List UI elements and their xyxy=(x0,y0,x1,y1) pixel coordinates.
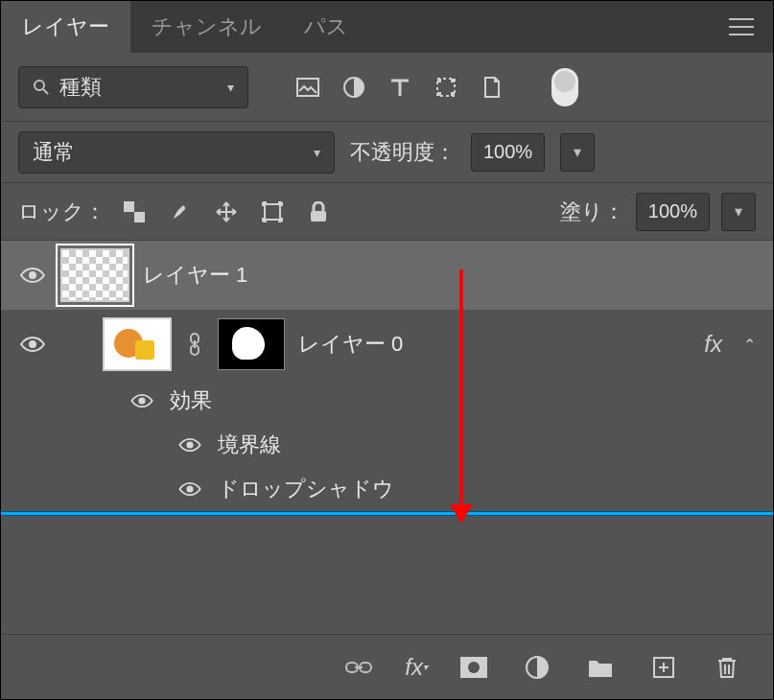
layers-list: レイヤー 1 レイヤー 0 fx ⌃ 効果 境界線 ドロップシャドウ xyxy=(1,241,773,634)
lock-transparency-icon[interactable] xyxy=(117,195,152,229)
svg-point-14 xyxy=(29,271,36,279)
chevron-down-icon: ▾ xyxy=(314,145,320,160)
svg-point-25 xyxy=(468,662,480,673)
layer-name[interactable]: レイヤー 1 xyxy=(143,261,247,290)
visibility-toggle[interactable] xyxy=(128,393,156,408)
svg-point-19 xyxy=(186,441,193,448)
layer-name[interactable]: レイヤー 0 xyxy=(298,330,403,359)
drop-indicator xyxy=(1,511,773,516)
tab-layers[interactable]: レイヤー xyxy=(1,1,130,53)
svg-rect-4 xyxy=(437,79,441,82)
blend-mode-value: 通常 xyxy=(33,138,75,167)
svg-rect-6 xyxy=(437,92,441,96)
filter-toggle[interactable] xyxy=(551,68,578,106)
filter-type-label: 種類 xyxy=(59,73,102,102)
visibility-toggle[interactable] xyxy=(18,336,47,353)
fx-badge: fx xyxy=(704,331,722,358)
tab-bar: レイヤー チャンネル パス xyxy=(1,1,773,53)
opacity-input[interactable]: 100% xyxy=(471,133,545,172)
search-icon xyxy=(33,79,50,96)
adjustment-layer-icon[interactable] xyxy=(520,650,554,685)
blend-mode-select[interactable]: 通常 ▾ xyxy=(18,131,335,174)
svg-point-15 xyxy=(29,340,36,348)
svg-point-0 xyxy=(35,81,44,90)
effects-collapse-icon[interactable]: ⌃ xyxy=(743,336,756,354)
visibility-toggle[interactable] xyxy=(176,437,204,453)
panel-menu-icon[interactable] xyxy=(710,18,773,35)
blend-row: 通常 ▾ 不透明度： 100% ▾ xyxy=(1,122,773,183)
fx-button[interactable]: fx▾ xyxy=(405,650,428,685)
bottom-toolbar: fx▾ xyxy=(1,634,773,699)
opacity-label: 不透明度： xyxy=(350,138,456,167)
effect-dropshadow-label: ドロップシャドウ xyxy=(218,475,394,503)
filter-pixel-icon[interactable] xyxy=(291,70,325,105)
filter-smart-icon[interactable] xyxy=(475,70,509,105)
delete-layer-icon[interactable] xyxy=(710,650,744,685)
filter-shape-icon[interactable] xyxy=(429,70,463,105)
svg-rect-7 xyxy=(451,92,455,96)
svg-rect-13 xyxy=(311,211,326,222)
effect-stroke-row[interactable]: 境界線 xyxy=(1,423,773,467)
lock-artboard-icon[interactable] xyxy=(255,195,290,229)
effects-label: 効果 xyxy=(170,386,212,415)
mask-thumbnail[interactable] xyxy=(218,318,285,370)
svg-rect-11 xyxy=(124,212,134,222)
svg-rect-10 xyxy=(134,201,145,212)
layer-thumbnail[interactable] xyxy=(103,317,172,371)
filter-type-text-icon[interactable] xyxy=(383,70,417,105)
svg-point-18 xyxy=(138,397,145,404)
filter-adjustment-icon[interactable] xyxy=(337,70,371,105)
visibility-toggle[interactable] xyxy=(176,481,204,497)
svg-rect-12 xyxy=(265,204,280,220)
fill-input[interactable]: 100% xyxy=(636,193,710,231)
filter-type-select[interactable]: 種類 ▾ xyxy=(18,66,248,108)
add-mask-icon[interactable] xyxy=(457,650,491,685)
svg-point-20 xyxy=(186,485,193,492)
layer-row[interactable]: レイヤー 0 fx ⌃ xyxy=(1,310,773,379)
effect-dropshadow-row[interactable]: ドロップシャドウ xyxy=(1,467,773,511)
fill-chevron[interactable]: ▾ xyxy=(721,193,756,231)
new-group-icon[interactable] xyxy=(583,650,618,685)
opacity-chevron[interactable]: ▾ xyxy=(560,133,595,172)
new-layer-icon[interactable] xyxy=(646,650,681,685)
lock-all-icon[interactable] xyxy=(301,195,336,229)
svg-rect-5 xyxy=(451,79,455,82)
layer-thumbnail[interactable] xyxy=(60,248,129,302)
effect-stroke-label: 境界線 xyxy=(218,431,281,459)
layer-row[interactable]: レイヤー 1 xyxy=(1,241,773,310)
fill-label: 塗り： xyxy=(560,198,624,226)
tab-channels[interactable]: チャンネル xyxy=(130,1,283,53)
link-layers-icon[interactable] xyxy=(341,650,376,685)
svg-rect-8 xyxy=(124,201,134,212)
svg-rect-1 xyxy=(297,79,318,96)
tab-paths[interactable]: パス xyxy=(283,1,369,53)
layers-panel: レイヤー チャンネル パス 種類 ▾ 通常 ▾ 不透明度： 100% ▾ ロック… xyxy=(0,0,774,700)
lock-label: ロック： xyxy=(18,198,106,226)
visibility-toggle[interactable] xyxy=(18,267,47,284)
svg-rect-9 xyxy=(134,212,145,222)
lock-position-icon[interactable] xyxy=(209,195,244,229)
chevron-down-icon: ▾ xyxy=(227,80,234,95)
link-mask-icon[interactable] xyxy=(185,333,204,356)
effects-header-row[interactable]: 効果 xyxy=(1,379,773,423)
lock-paint-icon[interactable] xyxy=(163,195,198,229)
lock-row: ロック： 塗り： 100% ▾ xyxy=(1,183,773,241)
filter-row: 種類 ▾ xyxy=(1,53,773,122)
